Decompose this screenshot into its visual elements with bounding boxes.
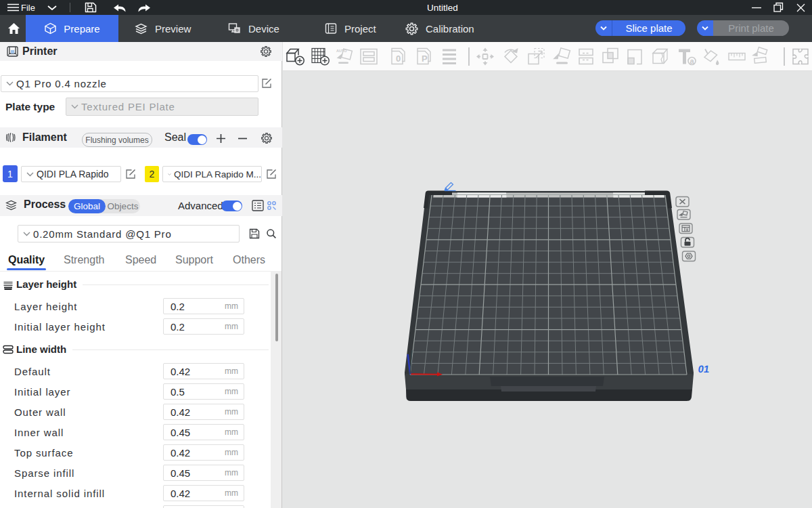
svg-text:a: a	[690, 57, 695, 65]
svg-text:P: P	[422, 54, 428, 64]
svg-text:Untitled: Untitled	[427, 3, 458, 13]
svg-text:File: File	[21, 3, 35, 13]
svg-text:0: 0	[396, 54, 401, 64]
svg-text:01: 01	[698, 363, 710, 375]
